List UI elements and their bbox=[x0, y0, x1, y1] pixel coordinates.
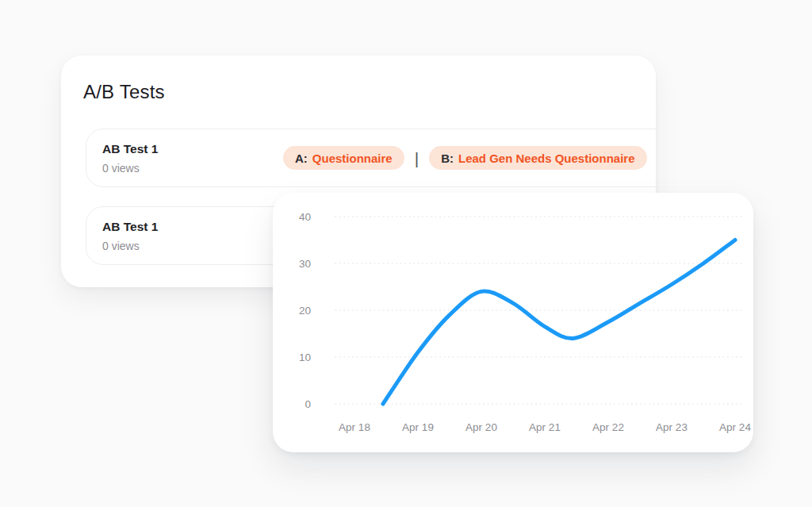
y-tick-label: 20 bbox=[299, 305, 311, 317]
page-background: A/B Tests AB Test 1 0 views A: Questionn… bbox=[0, 0, 812, 507]
y-tick-label: 10 bbox=[299, 351, 311, 363]
y-tick-label: 30 bbox=[299, 258, 311, 270]
chart-card: 010203040Apr 18Apr 19Apr 20Apr 21Apr 22A… bbox=[273, 193, 753, 452]
x-tick-label: Apr 22 bbox=[592, 421, 624, 433]
chart-line bbox=[383, 240, 735, 405]
badge-separator: | bbox=[415, 150, 419, 167]
variant-b-prefix: B: bbox=[441, 152, 454, 165]
x-tick-label: Apr 18 bbox=[339, 421, 370, 433]
test-views: 0 views bbox=[102, 162, 158, 175]
x-tick-label: Apr 24 bbox=[719, 421, 751, 433]
variant-a-prefix: A: bbox=[295, 152, 308, 165]
test-name: AB Test 1 bbox=[102, 142, 158, 156]
test-views: 0 views bbox=[102, 240, 158, 252]
test-name: AB Test 1 bbox=[102, 220, 158, 234]
variant-a-badge[interactable]: A: Questionnaire bbox=[283, 146, 404, 170]
page-title: A/B Tests bbox=[83, 81, 656, 103]
test-info: AB Test 1 0 views bbox=[102, 220, 158, 252]
x-tick-label: Apr 20 bbox=[465, 421, 497, 433]
variant-badges: A: Questionnaire | B: Lead Gen Needs Que… bbox=[283, 146, 647, 170]
ab-test-row[interactable]: AB Test 1 0 views A: Questionnaire | B: … bbox=[86, 129, 656, 187]
variant-a-label: Questionnaire bbox=[312, 152, 393, 165]
y-tick-label: 40 bbox=[299, 211, 311, 223]
x-tick-label: Apr 19 bbox=[402, 421, 434, 433]
test-info: AB Test 1 0 views bbox=[102, 142, 158, 175]
variant-b-badge[interactable]: B: Lead Gen Needs Questionnaire bbox=[429, 146, 646, 170]
x-tick-label: Apr 21 bbox=[529, 421, 561, 433]
variant-b-label: Lead Gen Needs Questionnaire bbox=[458, 152, 635, 165]
x-tick-label: Apr 23 bbox=[656, 421, 688, 433]
views-line-chart: 010203040Apr 18Apr 19Apr 20Apr 21Apr 22A… bbox=[273, 193, 753, 452]
y-tick-label: 0 bbox=[304, 398, 311, 410]
